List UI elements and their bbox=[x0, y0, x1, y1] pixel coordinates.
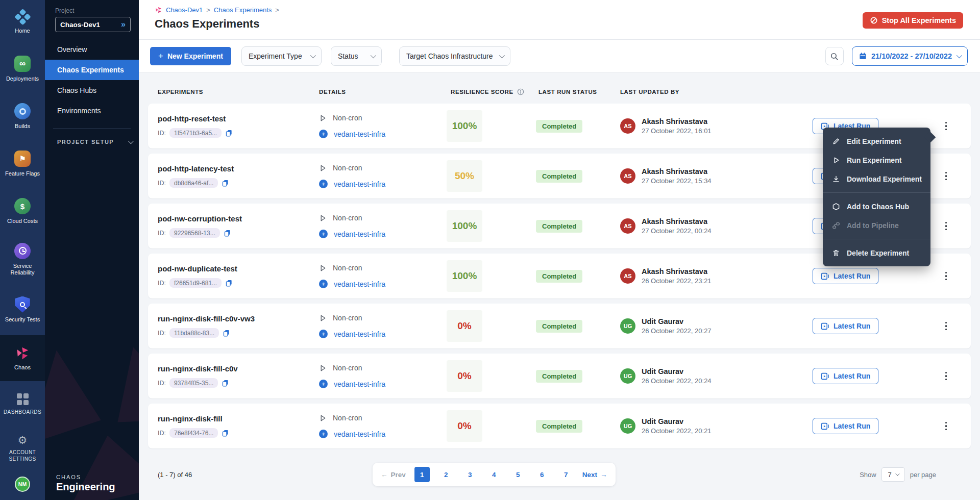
prev-page-button[interactable]: ← Prev bbox=[381, 471, 406, 479]
copy-icon[interactable] bbox=[222, 179, 229, 187]
pipeline-icon bbox=[832, 221, 840, 230]
resilience-score: 0% bbox=[447, 410, 482, 442]
rail-item-home[interactable]: Home bbox=[0, 0, 45, 45]
experiment-name[interactable]: run-nginx-disk-fill bbox=[158, 414, 319, 423]
experiment-name[interactable]: pod-http-reset-test bbox=[158, 114, 319, 123]
page-button[interactable]: 6 bbox=[534, 467, 550, 482]
copy-icon[interactable] bbox=[222, 429, 229, 437]
infrastructure-link[interactable]: vedant-test-infra bbox=[334, 330, 385, 338]
rail-item-deployments[interactable]: ∞ Deployments bbox=[0, 45, 45, 93]
chaos-icon bbox=[15, 345, 30, 361]
rail-item-security-tests[interactable]: Security Tests bbox=[0, 284, 45, 335]
sidebar-item[interactable]: Environments bbox=[45, 101, 139, 121]
page-button[interactable]: 5 bbox=[510, 467, 526, 482]
copy-icon[interactable] bbox=[222, 379, 229, 387]
rail-item-cloud-costs[interactable]: $ Cloud Costs bbox=[0, 188, 45, 235]
latest-run-button[interactable]: Latest Run bbox=[813, 268, 878, 284]
experiment-name[interactable]: pod-nw-corruption-test bbox=[158, 214, 319, 223]
schedule-type: Non-cron bbox=[333, 314, 362, 322]
sidebar-item[interactable]: Chaos Experiments bbox=[45, 60, 139, 80]
sidebar-item[interactable]: Chaos Hubs bbox=[45, 80, 139, 101]
infrastructure-link[interactable]: vedant-test-infra bbox=[334, 180, 385, 188]
resilience-score: 50% bbox=[447, 160, 482, 192]
experiment-name[interactable]: pod-http-latency-test bbox=[158, 164, 319, 173]
project-selector[interactable]: Chaos-Dev1 » bbox=[55, 17, 131, 32]
project-sidebar: Project Chaos-Dev1 » Overview Chaos Expe… bbox=[45, 0, 139, 500]
sidebar-item[interactable]: Overview bbox=[45, 39, 139, 60]
rail-item-dashboards[interactable]: DASHBOARDS bbox=[0, 381, 45, 428]
experiment-id: 92296568-13... bbox=[169, 228, 220, 238]
row-menu-button[interactable] bbox=[942, 369, 951, 383]
kubernetes-icon: ✳ bbox=[319, 280, 328, 288]
next-page-button[interactable]: Next → bbox=[582, 471, 607, 479]
row-menu-button[interactable] bbox=[942, 319, 951, 333]
user-avatar[interactable]: NM bbox=[15, 477, 30, 492]
row-menu-button[interactable] bbox=[942, 269, 951, 283]
rail-item-builds[interactable]: Builds bbox=[0, 93, 45, 140]
search-button[interactable] bbox=[825, 47, 844, 65]
breadcrumb-link-experiments[interactable]: Chaos Experiments bbox=[214, 6, 272, 14]
per-page-select[interactable]: 7 bbox=[881, 467, 905, 482]
experiment-id: 11bda88c-83... bbox=[169, 328, 219, 338]
infrastructure-link[interactable]: vedant-test-infra bbox=[334, 130, 385, 138]
experiment-row[interactable]: run-nginx-disk-fill ID: 76e8f434-76... bbox=[148, 404, 971, 448]
row-menu-button[interactable] bbox=[942, 419, 951, 433]
schedule-type: Non-cron bbox=[333, 264, 362, 272]
page-button[interactable]: 1 bbox=[414, 467, 430, 482]
schedule-type: Non-cron bbox=[333, 164, 362, 172]
experiment-name[interactable]: pod-nw-duplicate-test bbox=[158, 264, 319, 273]
latest-run-button[interactable]: Latest Run bbox=[813, 318, 878, 334]
play-icon bbox=[319, 414, 327, 422]
menu-add-to-chaos-hub[interactable]: Add to Chaos Hub bbox=[823, 197, 930, 216]
latest-run-button[interactable]: Latest Run bbox=[813, 418, 878, 434]
menu-download-experiment[interactable]: Download Experiment bbox=[823, 169, 930, 188]
menu-add-to-pipeline[interactable]: Add to Pipeline bbox=[823, 216, 930, 235]
schedule-type: Non-cron bbox=[333, 214, 362, 222]
rail-item-feature-flags[interactable]: ⚑ Feature Flags bbox=[0, 140, 45, 188]
divider bbox=[823, 239, 930, 239]
new-experiment-button[interactable]: + New Experiment bbox=[150, 47, 231, 65]
page-button[interactable]: 3 bbox=[462, 467, 478, 482]
copy-icon[interactable] bbox=[225, 129, 233, 137]
avatar: UG bbox=[620, 418, 635, 434]
infrastructure-link[interactable]: vedant-test-infra bbox=[334, 280, 385, 288]
filter-experiment-type[interactable]: Experiment Type bbox=[241, 46, 322, 66]
rail-item-service-reliability[interactable]: Service Reliability bbox=[0, 235, 45, 284]
filter-target-chaos-infrastructure[interactable]: Target Chaos Infrastructure bbox=[399, 46, 510, 66]
row-menu-button[interactable] bbox=[942, 119, 951, 133]
experiment-name[interactable]: run-nginx-disk-fill-c0v bbox=[158, 364, 319, 373]
filter-status[interactable]: Status bbox=[331, 46, 382, 66]
copy-icon[interactable] bbox=[223, 329, 230, 337]
copy-icon[interactable] bbox=[224, 229, 231, 237]
experiment-name[interactable]: run-nginx-disk-fill-c0v-vw3 bbox=[158, 314, 319, 323]
play-icon bbox=[319, 214, 327, 222]
experiment-row[interactable]: run-nginx-disk-fill-c0v-vw3 ID: 11bda88c… bbox=[148, 304, 971, 348]
date-range-picker[interactable]: 21/10/2022 - 27/10/2022 bbox=[852, 46, 968, 66]
menu-delete-experiment[interactable]: Delete Experiment bbox=[823, 243, 930, 262]
infrastructure-link[interactable]: vedant-test-infra bbox=[334, 230, 385, 238]
pagination: (1 - 7) of 46 ← Prev 1 2 3 4 5 bbox=[148, 463, 971, 486]
row-menu-button[interactable] bbox=[942, 169, 951, 183]
copy-icon[interactable] bbox=[225, 279, 233, 287]
experiment-id: 93784f05-35... bbox=[169, 378, 218, 388]
stop-all-experiments-button[interactable]: Stop All Experiments bbox=[863, 12, 963, 29]
breadcrumb-link-project[interactable]: Chaos-Dev1 bbox=[166, 6, 203, 14]
latest-run-button[interactable]: Latest Run bbox=[813, 368, 878, 384]
row-menu-button[interactable] bbox=[942, 219, 951, 233]
rail-item-account-settings[interactable]: ⚙ ACCOUNT SETTINGS bbox=[0, 428, 45, 469]
menu-edit-experiment[interactable]: Edit Experiment bbox=[823, 132, 930, 151]
project-setup-toggle[interactable]: PROJECT SETUP bbox=[45, 132, 139, 152]
rail-item-chaos[interactable]: Chaos bbox=[0, 335, 45, 381]
menu-run-experiment[interactable]: Run Experiment bbox=[823, 151, 930, 169]
info-icon[interactable] bbox=[517, 88, 524, 95]
expand-project-icon[interactable]: » bbox=[121, 20, 126, 29]
divider bbox=[823, 192, 930, 193]
experiment-row[interactable]: run-nginx-disk-fill-c0v ID: 93784f05-35.… bbox=[148, 354, 971, 398]
page-button[interactable]: 4 bbox=[486, 467, 502, 482]
infrastructure-link[interactable]: vedant-test-infra bbox=[334, 430, 385, 438]
resilience-score: 100% bbox=[447, 260, 482, 292]
page-button[interactable]: 7 bbox=[558, 467, 574, 482]
page-button[interactable]: 2 bbox=[438, 467, 454, 482]
infrastructure-link[interactable]: vedant-test-infra bbox=[334, 380, 385, 388]
play-icon bbox=[319, 364, 327, 372]
